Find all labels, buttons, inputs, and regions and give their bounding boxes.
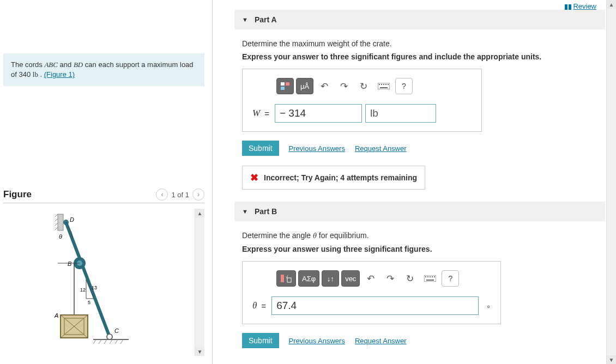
- part-b: ▼ Part B Determine the angle θ for equil…: [234, 202, 605, 350]
- help-button[interactable]: ?: [442, 270, 459, 287]
- svg-text:B: B: [68, 260, 71, 267]
- svg-rect-36: [281, 82, 285, 86]
- figure-title: Figure: [3, 189, 32, 200]
- svg-line-14: [120, 339, 123, 344]
- svg-rect-44: [388, 84, 389, 85]
- svg-line-3: [55, 223, 58, 226]
- incorrect-icon: ✖: [250, 172, 258, 184]
- redo-button[interactable]: ↷: [335, 78, 353, 94]
- figure-scrollbar[interactable]: ▲ ▼: [195, 209, 204, 356]
- part-a-answer-box: μÅ ↶ ↷ ↻ ? W =: [242, 69, 482, 132]
- svg-rect-46: [281, 275, 284, 282]
- var-theta-label: θ: [252, 300, 257, 311]
- svg-rect-55: [426, 280, 434, 281]
- caret-down-icon: ▼: [242, 208, 248, 215]
- part-a-unit-input[interactable]: [365, 104, 436, 123]
- svg-rect-42: [383, 84, 384, 85]
- scroll-down-icon[interactable]: ▼: [195, 347, 204, 356]
- figure-link[interactable]: (Figure 1): [44, 70, 75, 78]
- svg-rect-37: [286, 82, 289, 86]
- svg-rect-50: [425, 276, 426, 277]
- svg-line-4: [55, 227, 58, 230]
- part-a-header[interactable]: ▼ Part A: [234, 10, 605, 29]
- svg-rect-40: [379, 84, 380, 85]
- svg-text:C: C: [114, 327, 119, 334]
- subscript-button[interactable]: ↓↑: [322, 270, 339, 287]
- units-button[interactable]: μÅ: [296, 78, 313, 94]
- svg-rect-49: [424, 275, 436, 282]
- svg-line-11: [104, 339, 107, 344]
- svg-line-1: [55, 214, 58, 217]
- figure-diagram: D C B θ: [3, 209, 195, 356]
- part-b-header[interactable]: ▼ Part B: [234, 202, 605, 221]
- part-b-previous-answers-link[interactable]: Previous Answers: [289, 337, 345, 345]
- figure-prev-button[interactable]: ‹: [156, 189, 168, 201]
- svg-text:13: 13: [92, 285, 97, 290]
- svg-rect-43: [385, 84, 386, 85]
- svg-rect-52: [430, 276, 431, 277]
- undo-button[interactable]: ↶: [316, 78, 333, 94]
- part-a-value-input[interactable]: [275, 104, 362, 123]
- svg-line-12: [110, 339, 112, 344]
- svg-rect-45: [380, 87, 388, 88]
- part-a-feedback: ✖ Incorrect; Try Again; 4 attempts remai…: [242, 166, 425, 190]
- svg-text:A: A: [54, 312, 58, 319]
- part-a-title: Part A: [255, 15, 277, 24]
- help-button[interactable]: ?: [395, 78, 413, 94]
- degree-unit: ∘: [486, 302, 491, 310]
- part-b-submit-button[interactable]: Submit: [242, 333, 279, 348]
- part-b-title: Part B: [255, 207, 277, 216]
- svg-text:5: 5: [88, 300, 90, 305]
- keyboard-icon: [424, 275, 436, 282]
- text: The cords: [11, 60, 44, 69]
- review-link[interactable]: Review: [565, 2, 596, 10]
- figure-counter: 1 of 1: [171, 191, 189, 199]
- page-scrollbar[interactable]: ▲ ▼: [606, 0, 616, 364]
- problem-statement: The cords ABC and BD can each support a …: [3, 53, 204, 86]
- svg-text:12: 12: [80, 287, 86, 293]
- review-icon: [565, 4, 571, 10]
- svg-rect-39: [378, 83, 390, 89]
- part-a-request-answer-link[interactable]: Request Answer: [355, 144, 407, 153]
- greek-button[interactable]: ΑΣφ: [298, 270, 319, 287]
- svg-line-9: [93, 339, 96, 344]
- svg-line-13: [115, 339, 118, 344]
- equals: =: [264, 109, 269, 118]
- svg-rect-38: [281, 87, 285, 90]
- part-b-prompt: Determine the angle θ for equilibrium.: [242, 231, 597, 240]
- scroll-down-icon[interactable]: ▼: [607, 355, 616, 364]
- scroll-up-icon[interactable]: ▲: [607, 0, 616, 9]
- vector-button[interactable]: vec: [341, 270, 360, 287]
- svg-text:θ: θ: [59, 233, 62, 240]
- svg-rect-54: [434, 276, 435, 277]
- template-button[interactable]: [276, 78, 294, 94]
- reset-button[interactable]: ↻: [401, 270, 419, 287]
- redo-button[interactable]: ↷: [382, 270, 399, 287]
- keyboard-icon: [378, 83, 390, 89]
- svg-rect-41: [381, 84, 382, 85]
- equals: =: [261, 301, 266, 311]
- svg-rect-51: [427, 276, 428, 277]
- math-template-button[interactable]: √: [276, 270, 296, 287]
- part-a-submit-button[interactable]: Submit: [242, 141, 279, 156]
- svg-text:D: D: [70, 216, 74, 223]
- keyboard-button[interactable]: [421, 270, 439, 287]
- scroll-up-icon[interactable]: ▲: [195, 209, 204, 217]
- keyboard-button[interactable]: [375, 78, 393, 94]
- part-b-answer-box: √ ΑΣφ ↓↑ vec ↶ ↷ ↻ ? θ = ∘: [242, 261, 501, 324]
- svg-rect-0: [58, 214, 63, 230]
- undo-button[interactable]: ↶: [362, 270, 379, 287]
- part-a-previous-answers-link[interactable]: Previous Answers: [289, 144, 345, 153]
- reset-button[interactable]: ↻: [355, 78, 372, 94]
- part-b-value-input[interactable]: [271, 296, 479, 315]
- part-b-request-answer-link[interactable]: Request Answer: [355, 337, 407, 345]
- svg-rect-35: [569, 4, 571, 10]
- part-a-prompt: Determine the maximum weight of the crat…: [242, 39, 597, 48]
- var-w-label: W: [252, 108, 260, 119]
- part-b-instructions: Express your answer using three signific…: [242, 245, 597, 253]
- svg-line-2: [55, 219, 58, 221]
- caret-down-icon: ▼: [242, 16, 248, 23]
- var-bd: BD: [74, 60, 83, 69]
- figure-next-button[interactable]: ›: [192, 189, 204, 201]
- svg-line-10: [99, 339, 101, 344]
